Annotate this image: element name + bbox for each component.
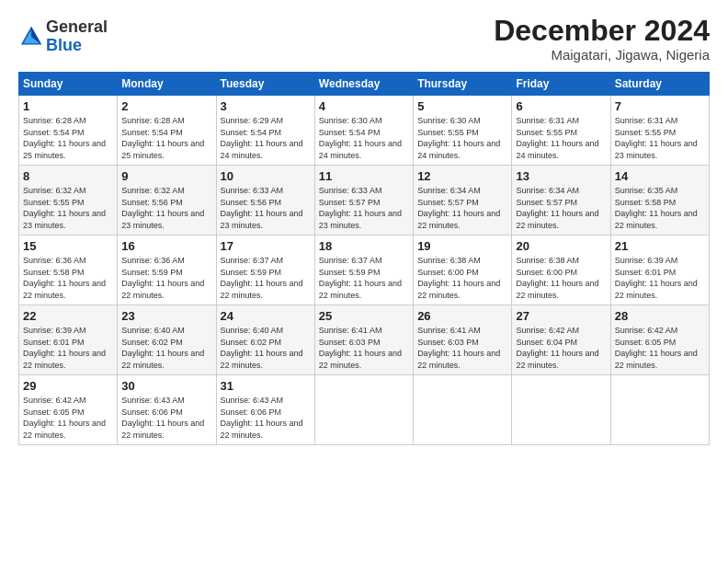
calendar-cell bbox=[314, 375, 413, 445]
calendar-cell: 25Sunrise: 6:41 AMSunset: 6:03 PMDayligh… bbox=[314, 305, 413, 375]
calendar-cell: 21Sunrise: 6:39 AMSunset: 6:01 PMDayligh… bbox=[610, 236, 709, 305]
day-number: 9 bbox=[121, 169, 211, 183]
day-info: Sunrise: 6:33 AMSunset: 5:56 PMDaylight:… bbox=[221, 185, 311, 231]
day-info: Sunrise: 6:28 AMSunset: 5:54 PMDaylight:… bbox=[23, 115, 113, 161]
day-info: Sunrise: 6:38 AMSunset: 6:00 PMDaylight:… bbox=[516, 255, 606, 301]
calendar-cell: 16Sunrise: 6:36 AMSunset: 5:59 PMDayligh… bbox=[118, 236, 216, 305]
day-number: 27 bbox=[516, 309, 606, 323]
day-number: 4 bbox=[319, 99, 409, 113]
calendar-cell: 31Sunrise: 6:43 AMSunset: 6:06 PMDayligh… bbox=[216, 375, 314, 445]
calendar-week-2: 8Sunrise: 6:32 AMSunset: 5:55 PMDaylight… bbox=[19, 166, 710, 236]
title-block: December 2024 Maigatari, Jigawa, Nigeria bbox=[494, 15, 710, 63]
logo-blue: Blue bbox=[46, 36, 82, 54]
calendar-cell bbox=[610, 375, 709, 445]
calendar-week-1: 1Sunrise: 6:28 AMSunset: 5:54 PMDaylight… bbox=[19, 96, 710, 166]
calendar-cell: 11Sunrise: 6:33 AMSunset: 5:57 PMDayligh… bbox=[314, 166, 413, 236]
day-number: 2 bbox=[121, 99, 211, 113]
logo-general: General bbox=[46, 17, 108, 36]
day-info: Sunrise: 6:37 AMSunset: 5:59 PMDaylight:… bbox=[221, 255, 311, 301]
location: Maigatari, Jigawa, Nigeria bbox=[494, 47, 710, 63]
calendar-cell: 4Sunrise: 6:30 AMSunset: 5:54 PMDaylight… bbox=[314, 96, 413, 166]
calendar-cell: 10Sunrise: 6:33 AMSunset: 5:56 PMDayligh… bbox=[216, 166, 314, 236]
day-number: 14 bbox=[615, 169, 705, 183]
day-number: 21 bbox=[615, 239, 705, 253]
day-info: Sunrise: 6:41 AMSunset: 6:03 PMDaylight:… bbox=[417, 325, 507, 371]
calendar-cell: 17Sunrise: 6:37 AMSunset: 5:59 PMDayligh… bbox=[216, 236, 314, 305]
day-number: 3 bbox=[221, 99, 311, 113]
calendar-cell: 7Sunrise: 6:31 AMSunset: 5:55 PMDaylight… bbox=[610, 96, 709, 166]
day-info: Sunrise: 6:40 AMSunset: 6:02 PMDaylight:… bbox=[121, 325, 211, 371]
day-number: 15 bbox=[23, 239, 113, 253]
day-info: Sunrise: 6:34 AMSunset: 5:57 PMDaylight:… bbox=[417, 185, 507, 231]
day-info: Sunrise: 6:41 AMSunset: 6:03 PMDaylight:… bbox=[319, 325, 409, 371]
calendar-cell: 29Sunrise: 6:42 AMSunset: 6:05 PMDayligh… bbox=[19, 375, 118, 445]
day-number: 16 bbox=[121, 239, 211, 253]
header-row: General Blue December 2024 Maigatari, Ji… bbox=[18, 15, 710, 63]
logo-icon bbox=[18, 24, 44, 50]
calendar-cell: 20Sunrise: 6:38 AMSunset: 6:00 PMDayligh… bbox=[512, 236, 610, 305]
calendar-cell: 3Sunrise: 6:29 AMSunset: 5:54 PMDaylight… bbox=[216, 96, 314, 166]
calendar-cell: 9Sunrise: 6:32 AMSunset: 5:56 PMDaylight… bbox=[118, 166, 216, 236]
day-number: 22 bbox=[23, 309, 113, 323]
calendar-cell: 19Sunrise: 6:38 AMSunset: 6:00 PMDayligh… bbox=[414, 236, 512, 305]
calendar-cell bbox=[414, 375, 512, 445]
calendar-cell: 2Sunrise: 6:28 AMSunset: 5:54 PMDaylight… bbox=[118, 96, 216, 166]
day-number: 31 bbox=[221, 379, 311, 393]
calendar-cell: 28Sunrise: 6:42 AMSunset: 6:05 PMDayligh… bbox=[610, 305, 709, 375]
day-number: 25 bbox=[319, 309, 409, 323]
day-info: Sunrise: 6:32 AMSunset: 5:56 PMDaylight:… bbox=[121, 185, 211, 231]
day-number: 20 bbox=[516, 239, 606, 253]
calendar-cell: 30Sunrise: 6:43 AMSunset: 6:06 PMDayligh… bbox=[118, 375, 216, 445]
day-number: 17 bbox=[221, 239, 311, 253]
day-info: Sunrise: 6:33 AMSunset: 5:57 PMDaylight:… bbox=[319, 185, 409, 231]
day-number: 19 bbox=[417, 239, 507, 253]
day-info: Sunrise: 6:36 AMSunset: 5:58 PMDaylight:… bbox=[23, 255, 113, 301]
day-info: Sunrise: 6:37 AMSunset: 5:59 PMDaylight:… bbox=[319, 255, 409, 301]
calendar-cell: 5Sunrise: 6:30 AMSunset: 5:55 PMDaylight… bbox=[414, 96, 512, 166]
calendar-cell: 6Sunrise: 6:31 AMSunset: 5:55 PMDaylight… bbox=[512, 96, 610, 166]
logo: General Blue bbox=[18, 18, 108, 55]
weekday-header-row: SundayMondayTuesdayWednesdayThursdayFrid… bbox=[19, 73, 710, 96]
day-info: Sunrise: 6:40 AMSunset: 6:02 PMDaylight:… bbox=[221, 325, 311, 371]
day-info: Sunrise: 6:39 AMSunset: 6:01 PMDaylight:… bbox=[615, 255, 705, 301]
day-number: 11 bbox=[319, 169, 409, 183]
day-number: 23 bbox=[121, 309, 211, 323]
day-info: Sunrise: 6:38 AMSunset: 6:00 PMDaylight:… bbox=[417, 255, 507, 301]
weekday-header-saturday: Saturday bbox=[610, 73, 709, 96]
day-number: 13 bbox=[516, 169, 606, 183]
calendar-cell: 24Sunrise: 6:40 AMSunset: 6:02 PMDayligh… bbox=[216, 305, 314, 375]
day-number: 29 bbox=[23, 379, 113, 393]
weekday-header-monday: Monday bbox=[118, 73, 216, 96]
day-info: Sunrise: 6:30 AMSunset: 5:54 PMDaylight:… bbox=[319, 115, 409, 161]
day-info: Sunrise: 6:39 AMSunset: 6:01 PMDaylight:… bbox=[23, 325, 113, 371]
day-info: Sunrise: 6:31 AMSunset: 5:55 PMDaylight:… bbox=[615, 115, 705, 161]
calendar-cell: 26Sunrise: 6:41 AMSunset: 6:03 PMDayligh… bbox=[414, 305, 512, 375]
day-info: Sunrise: 6:32 AMSunset: 5:55 PMDaylight:… bbox=[23, 185, 113, 231]
calendar-cell: 1Sunrise: 6:28 AMSunset: 5:54 PMDaylight… bbox=[19, 96, 118, 166]
day-info: Sunrise: 6:34 AMSunset: 5:57 PMDaylight:… bbox=[516, 185, 606, 231]
day-info: Sunrise: 6:31 AMSunset: 5:55 PMDaylight:… bbox=[516, 115, 606, 161]
calendar-cell: 8Sunrise: 6:32 AMSunset: 5:55 PMDaylight… bbox=[19, 166, 118, 236]
calendar-cell: 15Sunrise: 6:36 AMSunset: 5:58 PMDayligh… bbox=[19, 236, 118, 305]
day-info: Sunrise: 6:30 AMSunset: 5:55 PMDaylight:… bbox=[417, 115, 507, 161]
day-number: 7 bbox=[615, 99, 705, 113]
weekday-header-sunday: Sunday bbox=[19, 73, 118, 96]
day-info: Sunrise: 6:43 AMSunset: 6:06 PMDaylight:… bbox=[221, 395, 311, 441]
day-number: 12 bbox=[417, 169, 507, 183]
day-number: 8 bbox=[23, 169, 113, 183]
month-title: December 2024 bbox=[494, 15, 710, 47]
day-number: 6 bbox=[516, 99, 606, 113]
day-number: 5 bbox=[417, 99, 507, 113]
day-number: 28 bbox=[615, 309, 705, 323]
weekday-header-wednesday: Wednesday bbox=[314, 73, 413, 96]
day-number: 30 bbox=[121, 379, 211, 393]
day-info: Sunrise: 6:35 AMSunset: 5:58 PMDaylight:… bbox=[615, 185, 705, 231]
day-number: 26 bbox=[417, 309, 507, 323]
day-info: Sunrise: 6:42 AMSunset: 6:05 PMDaylight:… bbox=[23, 395, 113, 441]
day-info: Sunrise: 6:29 AMSunset: 5:54 PMDaylight:… bbox=[221, 115, 311, 161]
calendar-cell: 14Sunrise: 6:35 AMSunset: 5:58 PMDayligh… bbox=[610, 166, 709, 236]
day-number: 1 bbox=[23, 99, 113, 113]
weekday-header-tuesday: Tuesday bbox=[216, 73, 314, 96]
page-container: General Blue December 2024 Maigatari, Ji… bbox=[0, 0, 728, 454]
day-info: Sunrise: 6:42 AMSunset: 6:04 PMDaylight:… bbox=[516, 325, 606, 371]
